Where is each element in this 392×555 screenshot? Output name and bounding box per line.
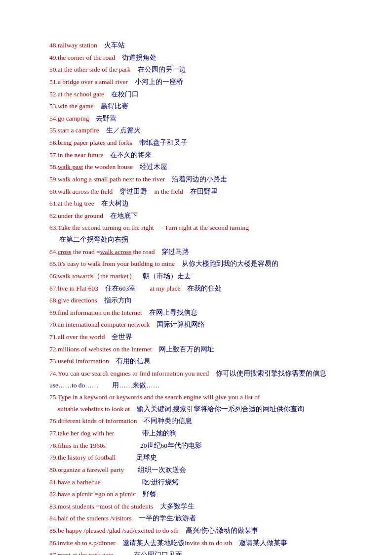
list-item: 68.give directions 指示方向: [49, 295, 343, 306]
chinese-text: 火车站: [104, 42, 125, 49]
list-item: 79.the history of football 足球史: [49, 452, 343, 464]
list-item: 76.different kinds of information 不同种类的信…: [49, 415, 343, 427]
list-item: 57.in the near future 在不久的将来: [49, 149, 343, 161]
main-content: 48.railway station 火车站49.the corner of t…: [49, 40, 343, 555]
list-item: 67.live in Flat 603 住在603室 at my place 在…: [49, 283, 343, 295]
list-item: 81.have a barbecue 吃/进行烧烤: [49, 476, 343, 488]
list-item: 73.useful imformation 有用的信息: [49, 355, 343, 367]
list-item: 82.have a picnic =go on a picnic 野餐: [49, 488, 343, 500]
list-item: 50.at the other side of the park 在公园的另一边: [49, 64, 343, 76]
list-item: 58.walk past the wooden house 经过木屋: [49, 161, 343, 173]
list-item: 60.walk across the field 穿过田野 in the fie…: [49, 186, 343, 198]
list-item: 72.millions of websites on the Internet …: [49, 343, 343, 355]
list-item: 56.bring paper plates and forks 带纸盘子和叉子: [49, 137, 343, 149]
list-item: 66.walk towards（the market） 朝（市场）走去: [49, 270, 343, 282]
list-item: 63.Take the second turning on the right …: [49, 222, 343, 245]
list-item: 53.win the game 赢得比赛: [49, 100, 343, 112]
list-item: 48.railway station 火车站: [49, 40, 343, 51]
list-item: 55.start a campfire 生／点篝火: [49, 125, 343, 136]
list-item: 62.under the ground 在地底下: [49, 210, 343, 222]
list-item: 85.be happy /pleased /glad /sad/excited …: [49, 525, 343, 537]
list-item: 59.walk along a small path next to the r…: [49, 173, 343, 185]
list-item: 70.an international computer network 国际计…: [49, 319, 343, 331]
list-item: 51.a bridge over a small river 小河上的一座桥: [49, 76, 343, 88]
list-item: 77.take her dog with her 带上她的狗: [49, 427, 343, 439]
list-item: 71.all over the world 全世界: [49, 331, 343, 343]
list-item: 78.films in the 1960s 20世纪60年代的电影: [49, 440, 343, 452]
list-item: 74.You can use search engines to find in…: [49, 368, 343, 391]
list-item: 65.It's easy to walk from your building …: [49, 258, 343, 270]
list-item: 61.at the big tree 在大树边: [49, 198, 343, 210]
list-item: 69.find information on the Internet 在网上寻…: [49, 307, 343, 319]
list-item: 86.invite sb to s.p/dinner 邀请某人去某地吃饭invi…: [49, 537, 343, 549]
list-item: 52.at the school gate 在校门口: [49, 88, 343, 100]
list-item: 49.the corner of the road 街道拐角处: [49, 52, 343, 64]
list-item: 84.half of the students /visitors 一半的学生/…: [49, 512, 343, 524]
english-text: 48.railway station: [49, 42, 97, 49]
list-item: 83.most students =most of the students 大…: [49, 501, 343, 512]
list-item: 80.organize a farewell party 组织一次欢送会: [49, 464, 343, 476]
list-item: 54.go camping 去野营: [49, 113, 343, 125]
list-item: 87.meet at the park gate 在公园门口见面: [49, 549, 343, 555]
list-item: 64.cross the road =walk across the road …: [49, 246, 343, 258]
list-item: 75.Type in a keyword or keywords and the…: [49, 391, 343, 415]
